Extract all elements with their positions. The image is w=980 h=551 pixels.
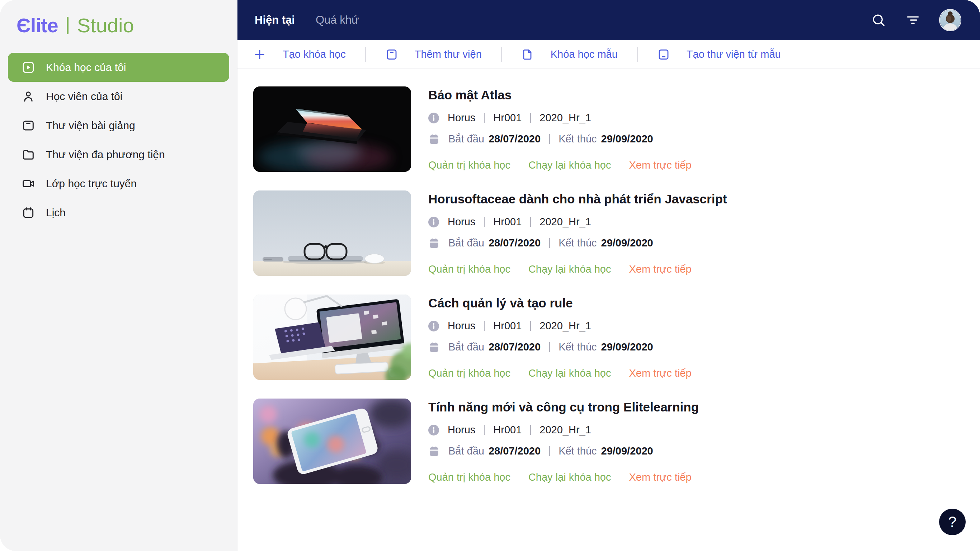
tab-past[interactable]: Quá khứ (316, 14, 359, 27)
course-template-button[interactable]: Khóa học mẫu (521, 48, 618, 61)
manage-course-link[interactable]: Quản trị khóa học (428, 471, 511, 483)
document-icon (521, 48, 534, 61)
start-date: 28/07/2020 (488, 237, 541, 249)
rerun-course-link[interactable]: Chạy lại khóa học (528, 367, 611, 379)
course-card-body: Cách quản lý và tạo rule Horus Hr001 202… (428, 295, 692, 380)
sidebar-item-label: Thư viện đa phương tiện (46, 148, 165, 161)
lecture-library-icon (22, 119, 35, 132)
end-date: 29/09/2020 (601, 445, 653, 457)
sidebar-menu: Khóa học của tôi Học viên của tôi (0, 53, 237, 227)
course-session: 2020_Hr_1 (539, 320, 591, 332)
sidebar-item-media-library[interactable]: Thư viện đa phương tiện (8, 140, 229, 169)
info-icon[interactable] (428, 321, 439, 331)
rerun-course-link[interactable]: Chạy lại khóa học (528, 471, 611, 483)
rerun-course-link[interactable]: Chạy lại khóa học (528, 159, 611, 171)
sidebar-item-label: Lớp học trực tuyến (46, 178, 137, 190)
course-card-body: Bảo mật Atlas Horus Hr001 2020_Hr_1 (428, 86, 692, 172)
add-library-label: Thêm thư viện (415, 48, 482, 60)
info-icon[interactable] (428, 425, 439, 435)
course-meta-row: Horus Hr001 2020_Hr_1 (428, 216, 727, 228)
library-from-template-button[interactable]: Tạo thư viện từ mẫu (657, 48, 781, 61)
sidebar-item-label: Học viên của tôi (46, 91, 123, 103)
period-tabs: Hiện tại Quá khứ (255, 14, 359, 27)
folder-icon (22, 148, 35, 161)
view-live-link[interactable]: Xem trực tiếp (629, 367, 691, 379)
create-course-button[interactable]: Tạo khóa học (253, 48, 346, 61)
help-button[interactable]: ? (939, 509, 966, 535)
divider (549, 446, 550, 456)
sidebar-item-label: Khóa học của tôi (46, 61, 126, 73)
end-date: 29/09/2020 (601, 237, 653, 249)
info-icon[interactable] (428, 113, 439, 123)
divider (549, 134, 550, 144)
start-date: 28/07/2020 (488, 341, 541, 353)
course-card: Horusoftaceae dành cho nhà phát triển Ja… (253, 191, 964, 276)
brand-logo-elite: Єlite (16, 14, 58, 37)
course-thumbnail-imac-workspace[interactable] (253, 295, 411, 380)
course-actions-row: Quản trị khóa học Chạy lại khóa học Xem … (428, 159, 692, 171)
add-library-button[interactable]: Thêm thư viện (385, 48, 482, 61)
end-date: 29/09/2020 (601, 341, 653, 353)
course-thumbnail-phone-bokeh[interactable] (253, 398, 411, 484)
course-title[interactable]: Tính năng mới và công cụ trong Elitelear… (428, 399, 699, 415)
course-card-body: Tính năng mới và công cụ trong Elitelear… (428, 398, 699, 484)
view-live-link[interactable]: Xem trực tiếp (629, 263, 691, 275)
course-provider: Horus (448, 112, 475, 124)
manage-course-link[interactable]: Quản trị khóa học (428, 159, 511, 171)
calendar-icon (22, 206, 35, 220)
course-date-row: Bắt đầu 28/07/2020 Kết thúc 29/09/2020 (428, 445, 699, 457)
filter-icon[interactable] (905, 12, 921, 28)
end-label: Kết thúc (558, 445, 597, 457)
course-thumbnail-laptop-glow-dark[interactable] (253, 86, 411, 172)
info-icon[interactable] (428, 217, 439, 228)
end-date: 29/09/2020 (601, 133, 653, 145)
video-camera-icon (22, 177, 35, 191)
start-date: 28/07/2020 (488, 133, 541, 145)
start-label: Bắt đầu (449, 237, 484, 249)
rerun-course-link[interactable]: Chạy lại khóa học (528, 263, 611, 275)
search-icon[interactable] (870, 12, 887, 28)
calendar-icon (428, 341, 440, 353)
course-date-row: Bắt đầu 28/07/2020 Kết thúc 29/09/2020 (428, 237, 727, 249)
sidebar-item-my-courses[interactable]: Khóa học của tôi (8, 53, 229, 82)
course-title[interactable]: Bảo mật Atlas (428, 87, 692, 103)
divider (549, 342, 550, 352)
brand-logo-studio: Studio (77, 14, 134, 37)
course-title[interactable]: Cách quản lý và tạo rule (428, 295, 692, 311)
sidebar-item-my-students[interactable]: Học viên của tôi (8, 82, 229, 111)
end-label: Kết thúc (558, 237, 597, 249)
course-date-row: Bắt đầu 28/07/2020 Kết thúc 29/09/2020 (428, 341, 692, 353)
course-toolbar: Tạo khóa học Thêm thư viện (237, 40, 980, 69)
sidebar-item-label: Lịch (46, 207, 66, 219)
course-provider: Horus (448, 320, 475, 332)
course-session: 2020_Hr_1 (539, 424, 591, 436)
brand-logo-divider (67, 17, 68, 34)
course-meta-row: Horus Hr001 2020_Hr_1 (428, 424, 699, 436)
sidebar-item-label: Thư viện bài giảng (46, 119, 135, 132)
library-template-icon (657, 48, 670, 61)
view-live-link[interactable]: Xem trực tiếp (629, 471, 691, 483)
plus-icon (253, 48, 266, 61)
course-card: Tính năng mới và công cụ trong Elitelear… (253, 398, 964, 484)
sidebar-item-online-class[interactable]: Lớp học trực tuyến (8, 169, 229, 198)
tab-current[interactable]: Hiện tại (255, 14, 295, 27)
divider (530, 425, 531, 435)
course-title[interactable]: Horusoftaceae dành cho nhà phát triển Ja… (428, 191, 727, 207)
sidebar-item-lecture-library[interactable]: Thư viện bài giảng (8, 111, 229, 140)
main-column: Hiện tại Quá khứ (237, 0, 980, 551)
user-avatar[interactable] (939, 9, 961, 31)
manage-course-link[interactable]: Quản trị khóa học (428, 367, 511, 379)
divider (484, 217, 485, 227)
brand-logo[interactable]: Єlite Studio (0, 0, 237, 37)
calendar-icon (428, 237, 440, 249)
course-thumbnail-desk-glasses[interactable] (253, 191, 411, 276)
sidebar-item-calendar[interactable]: Lịch (8, 198, 229, 227)
start-label: Bắt đầu (449, 341, 484, 353)
course-card: Cách quản lý và tạo rule Horus Hr001 202… (253, 295, 964, 380)
course-session: 2020_Hr_1 (539, 216, 591, 228)
course-template-label: Khóa học mẫu (550, 48, 618, 60)
view-live-link[interactable]: Xem trực tiếp (629, 159, 691, 171)
course-code: Hr001 (493, 320, 522, 332)
person-icon (22, 90, 35, 104)
manage-course-link[interactable]: Quản trị khóa học (428, 263, 511, 275)
